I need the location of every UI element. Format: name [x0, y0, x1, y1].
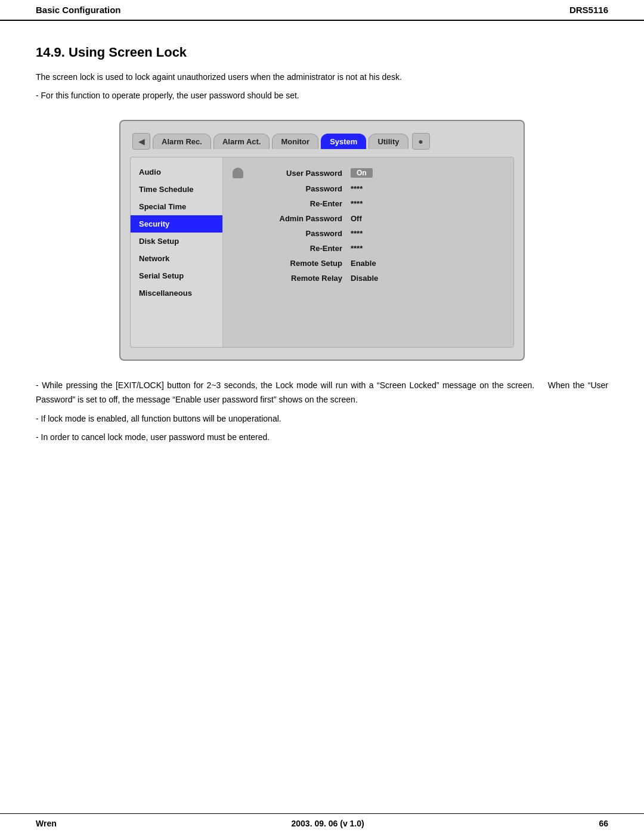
header-right: DRS5116	[569, 5, 608, 15]
row-value-5: ****	[351, 244, 363, 253]
row-value-2: ****	[351, 199, 363, 208]
mock-row-0: User PasswordOn	[233, 165, 504, 181]
ui-mockup: ◀ Alarm Rec.Alarm Act.MonitorSystemUtili…	[119, 120, 525, 361]
header-left: Basic Configuration	[36, 5, 121, 15]
sidebar-item-time-schedule[interactable]: Time Schedule	[131, 181, 222, 198]
row-label-0: User Password	[247, 169, 342, 178]
tab-system[interactable]: System	[321, 134, 366, 149]
row-label-4: Password	[247, 229, 342, 238]
row-value-4: ****	[351, 229, 363, 238]
mock-content-area: User PasswordOnPassword****Re-Enter****A…	[223, 157, 513, 347]
mock-row-1: Password****	[233, 181, 504, 196]
section-title: 14.9. Using Screen Lock	[36, 45, 608, 60]
row-label-5: Re-Enter	[247, 244, 342, 253]
tab-monitor[interactable]: Monitor	[272, 134, 318, 149]
note-item-0: - While pressing the [EXIT/LOCK] button …	[36, 379, 608, 407]
page-header: Basic Configuration DRS5116	[0, 0, 644, 21]
footer-right: 66	[599, 819, 608, 828]
footer-left: Wren	[36, 819, 57, 828]
sidebar-item-network[interactable]: Network	[131, 250, 222, 267]
desc2: - For this function to operate properly,…	[36, 89, 608, 102]
row-label-7: Remote Relay	[247, 274, 342, 283]
row-label-1: Password	[247, 184, 342, 193]
mock-row-2: Re-Enter****	[233, 196, 504, 211]
footer-center: 2003. 09. 06 (v 1.0)	[291, 819, 364, 828]
note-item-1: - If lock mode is enabled, all function …	[36, 412, 608, 426]
mock-row-7: Remote RelayDisable	[233, 271, 504, 286]
sidebar-item-serial-setup[interactable]: Serial Setup	[131, 267, 222, 284]
row-value-1: ****	[351, 184, 363, 193]
note-item-2: - In order to cancel lock mode, user pas…	[36, 431, 608, 445]
mock-row-5: Re-Enter****	[233, 241, 504, 256]
sidebar-item-security[interactable]: Security	[131, 215, 222, 233]
tab-bar: ◀ Alarm Rec.Alarm Act.MonitorSystemUtili…	[130, 131, 514, 150]
mock-sidebar: AudioTime ScheduleSpecial TimeSecurityDi…	[131, 157, 223, 347]
lock-icon	[233, 168, 243, 178]
row-label-6: Remote Setup	[247, 259, 342, 268]
sidebar-item-audio[interactable]: Audio	[131, 163, 222, 181]
tab-forward-button[interactable]: ●	[412, 133, 430, 150]
page-footer: Wren 2003. 09. 06 (v 1.0) 66	[0, 813, 644, 833]
tab-alarm-act-[interactable]: Alarm Act.	[213, 134, 270, 149]
notes-section: - While pressing the [EXIT/LOCK] button …	[36, 379, 608, 445]
mock-row-3: Admin PasswordOff	[233, 211, 504, 226]
sidebar-item-disk-setup[interactable]: Disk Setup	[131, 233, 222, 250]
row-value-0: On	[351, 168, 373, 178]
mock-row-6: Remote SetupEnable	[233, 256, 504, 271]
desc1: The screen lock is used to lock againt u…	[36, 71, 608, 83]
mock-row-4: Password****	[233, 226, 504, 241]
row-label-3: Admin Password	[247, 214, 342, 223]
main-panel: AudioTime ScheduleSpecial TimeSecurityDi…	[130, 157, 514, 348]
sidebar-item-special-time[interactable]: Special Time	[131, 198, 222, 215]
row-value-6: Enable	[351, 259, 376, 268]
row-value-7: Disable	[351, 274, 378, 283]
sidebar-item-miscellaneous[interactable]: Miscellaneous	[131, 284, 222, 302]
row-value-3: Off	[351, 214, 362, 223]
main-content: 14.9. Using Screen Lock The screen lock …	[0, 21, 644, 473]
row-label-2: Re-Enter	[247, 199, 342, 208]
tab-back-button[interactable]: ◀	[132, 133, 150, 150]
tab-alarm-rec-[interactable]: Alarm Rec.	[153, 134, 211, 149]
tab-utility[interactable]: Utility	[369, 134, 408, 149]
